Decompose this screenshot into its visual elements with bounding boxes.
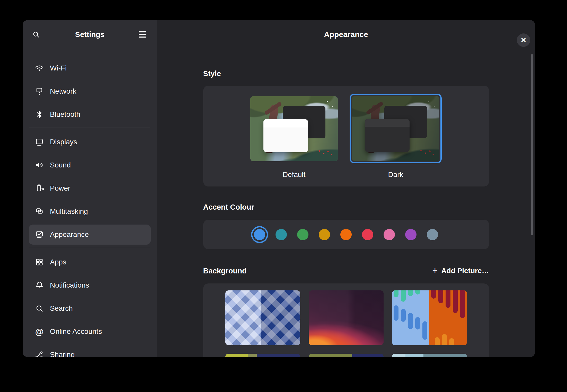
main-content: Style Default: [157, 49, 535, 357]
search-icon: [32, 30, 40, 39]
sidebar-item-apps[interactable]: Apps: [29, 252, 151, 272]
add-picture-button[interactable]: + Add Picture…: [432, 266, 489, 275]
page-title: Appearance: [324, 30, 368, 39]
sidebar-item-sound[interactable]: Sound: [29, 155, 151, 175]
accent-swatch-teal[interactable]: [276, 229, 287, 240]
sidebar-item-label: Search: [50, 304, 73, 313]
accent-swatch-yellow[interactable]: [319, 229, 330, 240]
settings-window: Settings Wi-Fi Network: [23, 20, 535, 357]
sidebar-item-notifications[interactable]: Notifications: [29, 275, 151, 295]
mock-window-dark: [365, 119, 410, 152]
mock-window-light: [263, 119, 308, 152]
apps-grid-icon: [34, 257, 44, 267]
main-header: Appearance ✕: [157, 20, 535, 49]
style-heading: Style: [203, 69, 489, 78]
accent-swatch-slate[interactable]: [427, 229, 438, 240]
sidebar-item-label: Apps: [50, 258, 66, 266]
sidebar-nav: Wi-Fi Network Bluetooth Displays: [23, 49, 157, 357]
sidebar-item-power[interactable]: Power: [29, 178, 151, 198]
sidebar-divider: [29, 248, 150, 248]
sidebar-item-displays[interactable]: Displays: [29, 132, 151, 152]
sidebar-item-label: Appearance: [50, 230, 89, 239]
sidebar-item-label: Online Accounts: [50, 327, 102, 336]
sidebar-item-label: Sound: [50, 161, 71, 169]
sidebar-item-bluetooth[interactable]: Bluetooth: [29, 104, 151, 124]
accent-swatch-orange[interactable]: [340, 229, 352, 240]
sidebar: Settings Wi-Fi Network: [23, 20, 157, 357]
displays-icon: [34, 137, 44, 147]
selected-style-border: [350, 94, 442, 163]
bell-icon: [34, 280, 44, 290]
sidebar-item-label: Sharing: [50, 351, 75, 357]
background-card: [203, 283, 489, 357]
dark-style-preview: [352, 96, 439, 161]
appearance-panel: Appearance ✕ Style Default: [157, 20, 535, 357]
sidebar-item-label: Multitasking: [50, 207, 88, 216]
power-icon: [34, 183, 44, 193]
style-option-default[interactable]: Default: [250, 96, 338, 186]
sidebar-item-search[interactable]: Search: [29, 298, 151, 318]
accent-colour-heading: Accent Colour: [203, 203, 489, 211]
scrollbar-thumb[interactable]: [531, 54, 533, 235]
style-option-label: Default: [283, 171, 306, 179]
at-symbol-icon: @: [34, 327, 44, 336]
background-header-row: Background + Add Picture…: [203, 266, 489, 275]
add-picture-label: Add Picture…: [441, 267, 489, 275]
sidebar-item-label: Bluetooth: [50, 110, 80, 119]
search-button[interactable]: [28, 27, 44, 42]
sidebar-item-label: Notifications: [50, 281, 89, 289]
bluetooth-icon: [34, 110, 44, 119]
wallpaper-thumb-drips[interactable]: [392, 290, 467, 345]
close-icon: ✕: [521, 37, 526, 43]
wifi-icon: [34, 63, 44, 73]
accent-swatch-purple[interactable]: [405, 229, 417, 240]
sound-icon: [34, 160, 44, 170]
style-option-label: Dark: [388, 171, 403, 179]
wallpaper-thumb-blue-cubes[interactable]: [225, 290, 300, 345]
accent-swatch-red[interactable]: [362, 229, 373, 240]
sidebar-item-appearance[interactable]: Appearance: [29, 225, 151, 245]
sidebar-item-label: Network: [50, 87, 76, 95]
sidebar-item-label: Power: [50, 184, 70, 192]
hamburger-icon: [139, 31, 146, 38]
wallpaper-thumb-green-navy[interactable]: [225, 354, 300, 357]
accent-swatch-blue[interactable]: [254, 229, 265, 240]
wallpaper-row: [203, 290, 489, 345]
wallpaper-thumb-light-blue[interactable]: [392, 354, 467, 357]
style-option-dark[interactable]: Dark: [350, 94, 442, 186]
accent-swatch-pink[interactable]: [384, 229, 395, 240]
sidebar-item-online-accounts[interactable]: @ Online Accounts: [29, 322, 151, 342]
accent-swatch-green[interactable]: [297, 229, 308, 240]
menu-button[interactable]: [135, 27, 150, 42]
wallpaper-thumb-dark-waves[interactable]: [309, 290, 384, 345]
default-style-preview: [250, 96, 338, 161]
appearance-icon: [34, 230, 44, 239]
multitasking-icon: [34, 207, 44, 216]
sidebar-title: Settings: [45, 30, 135, 39]
style-card: Default Dark: [203, 86, 489, 186]
wallpaper-row: [203, 354, 489, 357]
close-button[interactable]: ✕: [517, 33, 530, 47]
sidebar-header: Settings: [23, 20, 157, 49]
sharing-icon: [34, 350, 44, 357]
plus-icon: +: [432, 266, 438, 275]
network-icon: [34, 86, 44, 96]
sidebar-item-label: Displays: [50, 138, 77, 146]
sidebar-item-wifi[interactable]: Wi-Fi: [29, 58, 151, 78]
sidebar-item-network[interactable]: Network: [29, 81, 151, 101]
sidebar-item-sharing[interactable]: Sharing: [29, 345, 151, 357]
accent-colour-card: [203, 220, 489, 249]
search-icon: [34, 304, 44, 313]
wallpaper-thumb-olive-navy[interactable]: [309, 354, 384, 357]
sidebar-divider: [29, 128, 150, 128]
background-heading: Background: [203, 267, 247, 275]
sidebar-item-label: Wi-Fi: [50, 64, 67, 72]
sidebar-item-multitasking[interactable]: Multitasking: [29, 201, 151, 221]
